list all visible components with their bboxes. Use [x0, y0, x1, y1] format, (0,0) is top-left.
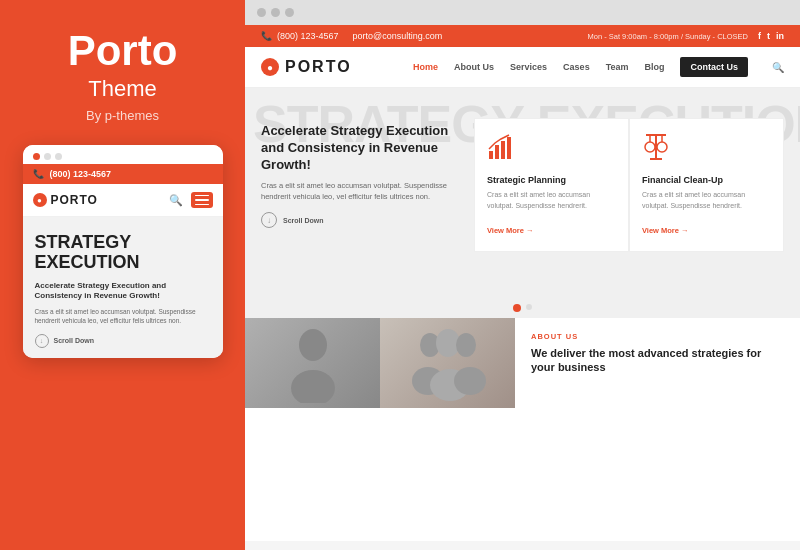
desktop-logo-o: ● — [267, 62, 273, 73]
desktop-cta-button[interactable]: Contact Us — [680, 57, 748, 77]
desktop-topbar-left: 📞 (800) 123-4567 porto@consulting.com — [261, 31, 442, 41]
about-image-1 — [245, 318, 380, 408]
svg-rect-1 — [495, 145, 499, 159]
nav-link-about[interactable]: About Us — [454, 62, 494, 72]
hamburger-icon[interactable] — [191, 192, 213, 208]
brand-subtitle: Theme — [88, 76, 156, 102]
svg-rect-0 — [489, 151, 493, 159]
twitter-icon[interactable]: t — [767, 31, 770, 41]
service-cards-container: Strategic Planning Cras a elit sit amet … — [474, 118, 784, 252]
right-panel: 📞 (800) 123-4567 porto@consulting.com Mo… — [245, 0, 800, 550]
service-card-2: Financial Clean-Up Cras a elit sit amet … — [629, 118, 784, 252]
about-title: We deliver the most advanced strategies … — [531, 346, 784, 375]
about-images — [245, 318, 515, 408]
service-card-1: Strategic Planning Cras a elit sit amet … — [474, 118, 629, 252]
hamburger-line-1 — [195, 195, 209, 196]
about-image-2 — [380, 318, 515, 408]
mobile-nav-icons: 🔍 — [169, 192, 213, 208]
service-link-2[interactable]: View More → — [642, 226, 689, 235]
mobile-info-bar: 📞 (800) 123-4567 — [23, 164, 223, 184]
about-image-2-inner — [380, 318, 515, 408]
service-text-1: Cras a elit sit amet leo accumsan volutp… — [487, 190, 616, 211]
desktop-preview: 📞 (800) 123-4567 porto@consulting.com Mo… — [245, 25, 800, 541]
mobile-logo: ● PORTO — [33, 193, 98, 207]
nav-link-blog[interactable]: Blog — [644, 62, 664, 72]
service-text-2: Cras a elit sit amet leo accumsan volutp… — [642, 190, 771, 211]
browser-chrome — [245, 0, 800, 25]
about-tag: ABOUT US — [531, 332, 784, 341]
dot-1[interactable] — [513, 304, 521, 312]
desktop-logo[interactable]: ● PORTO — [261, 58, 352, 76]
service-title-2: Financial Clean-Up — [642, 175, 771, 185]
mobile-preview-card: 📞 (800) 123-4567 ● PORTO 🔍 STRATE — [23, 145, 223, 358]
mobile-hero: STRATEGYEXECUTION Accelerate Strategy Ex… — [23, 217, 223, 358]
nav-link-team[interactable]: Team — [606, 62, 629, 72]
about-content: ABOUT US We deliver the most advanced st… — [515, 318, 800, 408]
hamburger-line-2 — [195, 199, 209, 200]
browser-window-dots — [257, 8, 294, 17]
desktop-hero-text: Cras a elit sit amet leo accumsan volutp… — [261, 180, 474, 203]
about-image-1-inner — [245, 318, 380, 408]
desktop-social-links: f t in — [758, 31, 784, 41]
desktop-scroll-icon: ↓ — [261, 212, 277, 228]
search-icon[interactable]: 🔍 — [169, 194, 183, 207]
service-link-1[interactable]: View More → — [487, 226, 534, 235]
svg-point-18 — [454, 367, 486, 395]
browser-dot-2 — [271, 8, 280, 17]
phone-icon: 📞 — [33, 169, 44, 179]
desktop-topbar: 📞 (800) 123-4567 porto@consulting.com Mo… — [245, 25, 800, 47]
mobile-dot-red — [33, 153, 40, 160]
svg-point-6 — [645, 142, 655, 152]
svg-point-7 — [657, 142, 667, 152]
browser-dot-3 — [285, 8, 294, 17]
desktop-phone-number: (800) 123-4567 — [277, 31, 339, 41]
nav-link-services[interactable]: Services — [510, 62, 547, 72]
hamburger-line-3 — [195, 204, 209, 205]
desktop-scroll-button[interactable]: ↓ Scroll Down — [261, 212, 474, 228]
desktop-hero-section: STRATEGY EXECUTION Accelerate Strategy E… — [245, 88, 800, 298]
mobile-hero-subtitle: Accelerate Strategy Execution and Consis… — [35, 281, 211, 302]
mobile-scroll-button[interactable]: ↓ Scroll Down — [35, 334, 211, 348]
desktop-search-icon[interactable]: 🔍 — [772, 62, 784, 73]
desktop-hero-content: Accelerate Strategy Execution and Consis… — [261, 123, 474, 228]
desktop-nav: ● PORTO Home About Us Services Cases Tea… — [245, 47, 800, 88]
desktop-phone: 📞 (800) 123-4567 — [261, 31, 339, 41]
facebook-icon[interactable]: f — [758, 31, 761, 41]
mobile-hero-text: Cras a elit sit amet leo accumsan volutp… — [35, 307, 211, 325]
mobile-nav: ● PORTO 🔍 — [23, 184, 223, 217]
carousel-dots — [245, 298, 800, 318]
brand-name: Porto — [68, 30, 178, 72]
desktop-hours: Mon - Sat 9:00am - 8:00pm / Sunday - CLO… — [588, 32, 749, 41]
dot-2[interactable] — [526, 304, 532, 310]
brand-by: By p-themes — [86, 108, 159, 123]
desktop-scroll-label: Scroll Down — [283, 217, 323, 224]
mobile-hero-title: STRATEGYEXECUTION — [35, 233, 211, 273]
svg-point-12 — [291, 370, 335, 403]
mobile-logo-circle: ● — [33, 193, 47, 207]
about-section: ABOUT US We deliver the most advanced st… — [245, 318, 800, 408]
mobile-phone-number: (800) 123-4567 — [50, 169, 112, 179]
desktop-logo-text: PORTO — [285, 58, 352, 76]
svg-rect-2 — [501, 141, 505, 159]
mobile-dot-green — [55, 153, 62, 160]
mobile-window-dots — [33, 153, 62, 160]
strategic-planning-icon — [487, 133, 616, 167]
mobile-chrome-bar — [23, 145, 223, 164]
svg-point-11 — [299, 329, 327, 361]
browser-dot-1 — [257, 8, 266, 17]
mobile-dot-yellow — [44, 153, 51, 160]
left-panel: Porto Theme By p-themes 📞 (800) 123-4567… — [0, 0, 245, 550]
nav-link-home[interactable]: Home — [413, 62, 438, 72]
desktop-logo-circle: ● — [261, 58, 279, 76]
scroll-down-icon: ↓ — [35, 334, 49, 348]
mobile-scroll-label: Scroll Down — [54, 337, 94, 344]
desktop-phone-icon: 📞 — [261, 31, 272, 41]
mobile-logo-o: ● — [37, 196, 42, 205]
service-title-1: Strategic Planning — [487, 175, 616, 185]
desktop-email: porto@consulting.com — [353, 31, 443, 41]
desktop-hero-title: Accelerate Strategy Execution and Consis… — [261, 123, 474, 174]
svg-point-15 — [456, 333, 476, 357]
svg-rect-3 — [507, 137, 511, 159]
nav-link-cases[interactable]: Cases — [563, 62, 590, 72]
instagram-icon[interactable]: in — [776, 31, 784, 41]
